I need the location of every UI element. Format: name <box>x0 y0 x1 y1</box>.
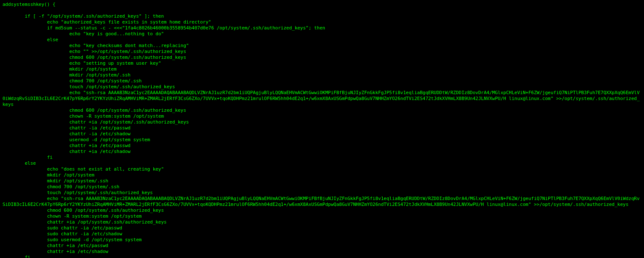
shell-script-code-block: addsystemsshkey() { if [ -f "/opt/system… <box>0 0 644 258</box>
